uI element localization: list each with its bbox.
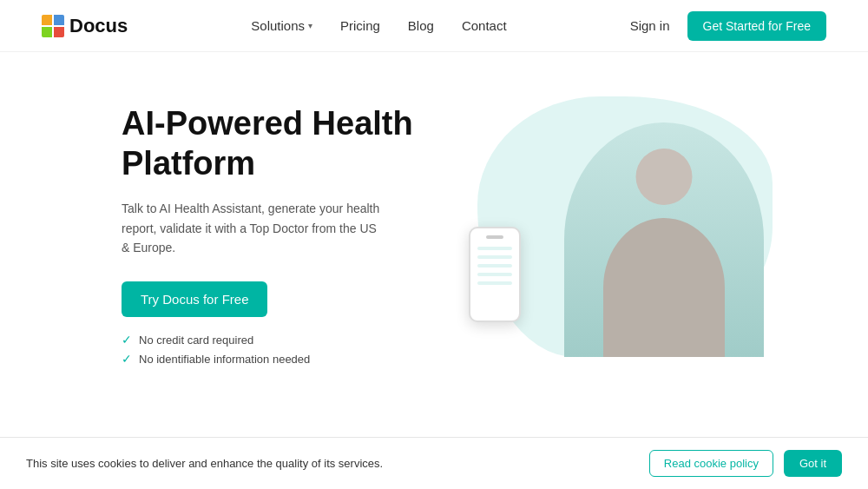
navbar: Docus Solutions ▾ Pricing Blog Contact S…	[0, 0, 868, 52]
hero-subtitle: Talk to AI Health Assistant, generate yo…	[122, 199, 382, 257]
cookie-banner: This site uses cookies to deliver and en…	[0, 437, 868, 489]
nav-blog[interactable]: Blog	[408, 18, 434, 33]
check-label-2: No identifiable information needed	[139, 353, 310, 366]
cookie-message: This site uses cookies to deliver and en…	[26, 457, 383, 470]
nav-right: Sign in Get Started for Free	[630, 11, 826, 41]
signin-link[interactable]: Sign in	[630, 18, 670, 33]
nav-links: Solutions ▾ Pricing Blog Contact	[251, 18, 506, 33]
phone-screen-line-2	[477, 255, 512, 259]
check-icon-1: ✓	[122, 333, 132, 347]
nav-solutions[interactable]: Solutions ▾	[251, 18, 312, 33]
try-docus-button[interactable]: Try Docus for Free	[122, 281, 267, 317]
hero-image	[451, 114, 764, 357]
phone-graphic	[469, 227, 521, 322]
logo-text: Docus	[69, 15, 128, 37]
hero-section: AI-Powered Health Platform Talk to AI He…	[0, 52, 868, 400]
got-it-button[interactable]: Got it	[784, 450, 842, 477]
hero-checks: ✓ No credit card required ✓ No identifia…	[122, 333, 451, 366]
phone-top-bar	[486, 235, 503, 239]
phone-screen-line-1	[477, 247, 512, 250]
hero-person-figure	[564, 122, 764, 357]
nav-contact[interactable]: Contact	[462, 18, 507, 33]
check-item-1: ✓ No credit card required	[122, 333, 451, 347]
check-icon-2: ✓	[122, 352, 132, 366]
hero-text: AI-Powered Health Platform Talk to AI He…	[122, 104, 451, 366]
chevron-down-icon: ▾	[308, 21, 312, 30]
person-body	[603, 218, 725, 357]
check-item-2: ✓ No identifiable information needed	[122, 352, 451, 366]
hero-title: AI-Powered Health Platform	[122, 104, 451, 183]
read-cookie-policy-button[interactable]: Read cookie policy	[649, 450, 773, 477]
phone-screen-line-5	[477, 281, 512, 285]
phone-screen-line-3	[477, 264, 512, 268]
person-head	[636, 149, 693, 205]
nav-pricing[interactable]: Pricing	[340, 18, 380, 33]
cookie-actions: Read cookie policy Got it	[649, 450, 842, 477]
logo[interactable]: Docus	[42, 15, 128, 37]
logo-icon	[42, 15, 64, 37]
phone-screen-line-4	[477, 273, 512, 276]
check-label-1: No credit card required	[139, 334, 253, 347]
get-started-button[interactable]: Get Started for Free	[687, 11, 827, 41]
